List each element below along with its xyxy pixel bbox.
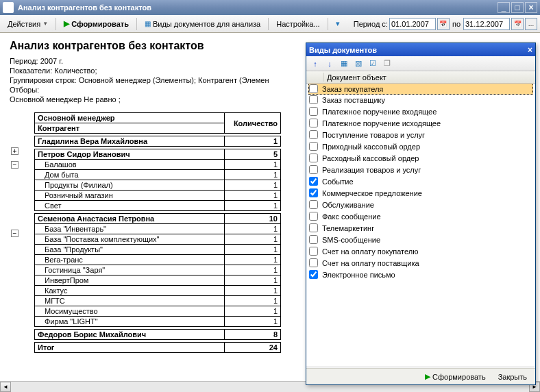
dialog-list-item[interactable]: Факс сообщение (306, 210, 535, 222)
move-down-button[interactable]: ↓ (323, 58, 336, 70)
separator (136, 18, 137, 30)
dialog-close-button[interactable]: × (528, 45, 532, 55)
separator (268, 18, 269, 30)
item-checkbox[interactable] (309, 107, 318, 116)
chevron-down-icon: ▼ (42, 21, 48, 27)
table-row[interactable]: ИнвертПром1 (35, 275, 281, 286)
item-label: SMS-сообщение (322, 236, 380, 244)
table-group-row[interactable]: Семенова Анастасия Петровна10 (35, 214, 281, 224)
dialog-list-item[interactable]: Реализация товаров и услуг (306, 164, 535, 175)
table-row[interactable]: Гостиница "Заря"1 (35, 265, 281, 275)
dialog-list-item[interactable]: Поступление товаров и услуг (306, 129, 535, 140)
date-from-input[interactable] (389, 18, 436, 30)
item-checkbox[interactable] (309, 142, 318, 151)
window-titlebar: Анализ контрагентов без контактов _ □ × (0, 0, 540, 15)
dialog-list-item[interactable]: Платежное поручение входящее (306, 106, 535, 117)
dialog-list[interactable]: Заказ покупателяЗаказ поставщикуПлатежно… (306, 84, 535, 367)
item-label: Расходный кассовый ордер (322, 154, 419, 162)
item-checkbox[interactable] (309, 235, 318, 244)
item-checkbox[interactable] (309, 247, 318, 256)
dialog-list-item[interactable]: SMS-сообщение (306, 234, 535, 245)
item-label: Счет на оплату поставщика (322, 259, 419, 267)
dialog-list-item[interactable]: Счет на оплату поставщика (306, 257, 535, 269)
table-group-row[interactable]: Федоров Борис Михайлович8 (35, 330, 281, 340)
item-checkbox[interactable] (309, 84, 318, 93)
dialog-list-item[interactable]: Электронное письмо (306, 269, 535, 280)
expand-toggle[interactable]: + (11, 147, 19, 155)
select-all-button[interactable]: ▦ (338, 58, 350, 70)
check-all-button[interactable]: ☑ (367, 58, 379, 70)
table-total-row: Итог24 (35, 343, 281, 353)
settings-label: Настройка... (276, 20, 319, 28)
settings-button[interactable]: Настройка... (271, 16, 324, 32)
table-row[interactable]: Свет1 (35, 201, 281, 211)
item-checkbox[interactable] (309, 188, 318, 197)
date-to-input[interactable] (463, 18, 510, 30)
dialog-close-footer-button[interactable]: Закрыть (495, 371, 530, 382)
dialog-titlebar: Виды документов × (306, 43, 535, 56)
filter-icon: ▾ (336, 19, 340, 28)
table-row[interactable]: Фирма "LIGHT"1 (35, 317, 281, 327)
item-label: Событие (322, 177, 354, 186)
table-row[interactable]: Продукты (Филиал)1 (35, 180, 281, 191)
close-button[interactable]: × (525, 2, 537, 13)
item-checkbox[interactable] (309, 212, 318, 221)
collapse-toggle[interactable]: − (11, 230, 19, 237)
period-picker-button[interactable]: … (525, 18, 537, 30)
table-row[interactable]: Вега-транс1 (35, 255, 281, 265)
table-row[interactable]: Балашов1 (35, 160, 281, 170)
dialog-list-item[interactable]: Расходный кассовый ордер (306, 152, 535, 164)
dialog-list-item[interactable]: Счет на оплату покупателю (306, 245, 535, 257)
check-column-header (310, 73, 324, 82)
item-label: Счет на оплату покупателю (322, 247, 418, 256)
deselect-all-button[interactable]: ▧ (352, 58, 365, 70)
play-icon: ▶ (425, 372, 430, 381)
table-row[interactable]: Дом быта1 (35, 170, 281, 180)
dialog-list-item[interactable]: Событие (306, 175, 535, 187)
dialog-header-label: Документ объект (327, 73, 386, 82)
item-checkbox[interactable] (309, 223, 318, 232)
table-row[interactable]: МГТС1 (35, 296, 281, 306)
collapse-toggle[interactable]: − (11, 161, 19, 169)
maximize-button[interactable]: □ (511, 2, 524, 13)
filter-button[interactable]: ▾ (331, 16, 345, 32)
item-checkbox[interactable] (309, 154, 318, 162)
item-checkbox[interactable] (309, 258, 318, 267)
item-checkbox[interactable] (309, 165, 318, 174)
dialog-list-item[interactable]: Заказ покупателя (308, 84, 533, 95)
table-group-row[interactable]: Петров Сидор Иванович5 (35, 149, 281, 160)
dialog-list-item[interactable]: Обслуживание (306, 199, 535, 210)
dialog-list-item[interactable]: Платежное поручение исходящее (306, 117, 535, 129)
dialog-form-button[interactable]: ▶ Сформировать (422, 371, 489, 382)
dialog-list-item[interactable]: Заказ поставщику (306, 94, 535, 106)
calendar-from-button[interactable]: 📅 (437, 18, 450, 30)
separator (56, 18, 56, 30)
item-checkbox[interactable] (309, 130, 318, 139)
move-up-button[interactable]: ↑ (309, 58, 321, 70)
dialog-toolbar: ↑ ↓ ▦ ▧ ☑ ❐ (306, 56, 535, 71)
item-checkbox[interactable] (309, 270, 318, 279)
item-checkbox[interactable] (309, 177, 318, 186)
doc-types-button[interactable]: ▦ Виды документов для анализа (140, 16, 265, 32)
calendar-to-button[interactable]: 📅 (511, 18, 524, 30)
copy-button[interactable]: ❐ (381, 58, 393, 70)
table-row[interactable]: Розничный магазин1 (35, 191, 281, 201)
dialog-list-item[interactable]: Телемаркетинг (306, 222, 535, 234)
item-label: Заказ поставщику (322, 96, 385, 104)
item-checkbox[interactable] (309, 200, 318, 209)
item-checkbox[interactable] (309, 119, 318, 127)
actions-menu[interactable]: Действия ▼ (3, 16, 53, 32)
table-row[interactable]: Кактус1 (35, 286, 281, 296)
dialog-list-item[interactable]: Коммерческое предложение (306, 187, 535, 199)
minimize-button[interactable]: _ (498, 2, 510, 13)
form-button[interactable]: ▶ Сформировать (59, 16, 134, 32)
table-row[interactable]: Мосимущество1 (35, 306, 281, 317)
item-checkbox[interactable] (309, 95, 318, 104)
table-row[interactable]: База "Поставка комплектующих"1 (35, 234, 281, 245)
dialog-list-item[interactable]: Приходный кассовый ордер (306, 140, 535, 152)
table-group-row[interactable]: Гладилина Вера Михайловна1 (35, 136, 281, 147)
item-label: Коммерческое предложение (322, 189, 422, 197)
table-row[interactable]: База "Продукты"1 (35, 245, 281, 255)
scroll-left-button[interactable]: ◄ (0, 382, 11, 392)
table-row[interactable]: База "Инвентарь"1 (35, 224, 281, 234)
